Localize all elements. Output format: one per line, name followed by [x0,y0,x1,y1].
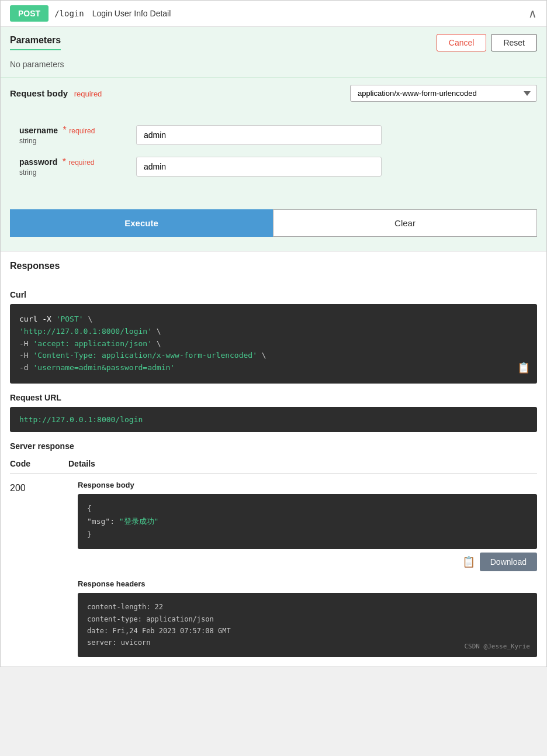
curl-h2a: -H [19,351,33,360]
curl-copy-icon[interactable]: 📋 [517,360,530,377]
password-required-star: * [63,157,66,167]
execute-button[interactable]: Execute [10,209,273,237]
download-button[interactable]: Download [480,553,537,571]
response-headers-label: Response headers [78,579,537,588]
response-body-line1: { [87,504,92,513]
details-column-header: Details [68,459,95,468]
form-fields: username * required string password * re… [1,116,546,202]
response-details-200: Response body { "msg": "登录成功" } 📋 Downlo… [78,481,537,657]
password-input[interactable] [136,157,382,177]
response-body-block: { "msg": "登录成功" } [78,494,537,549]
password-label-line: password * required [19,157,124,167]
url-block: http://127.0.0.1:8000/login [10,407,537,432]
required-label: required [74,89,102,98]
curl-db: 'username=admin&password=admin' [33,363,175,372]
header-line4: server: uvicorn [87,638,150,647]
username-field-row: username * required string [19,125,528,145]
main-container: POST /login Login User Info Detail ∧ Par… [0,0,547,667]
endpoint-path: /login [54,9,84,18]
content-type-select[interactable]: application/x-www-form-urlencoded [350,85,537,102]
endpoint-header: POST /login Login User Info Detail ∧ [1,1,546,27]
server-response-section: Server response Code Details 200 Respons… [1,441,546,667]
parameters-header: Parameters Cancel Reset [1,27,546,51]
url-label: Request URL [10,393,537,402]
response-row-200: 200 Response body { "msg": "登录成功" } 📋 Do… [10,481,537,657]
username-label-line: username * required [19,125,124,136]
download-area: 📋 Download [78,553,537,571]
curl-h1a: -H [19,339,33,348]
username-required-star: * [63,125,67,135]
password-field-type: string [19,168,124,177]
parameters-title: Parameters [10,35,61,50]
request-body-header: Request body required application/x-www-… [10,85,537,102]
collapse-button[interactable]: ∧ [528,6,537,20]
curl-url: 'http://127.0.0.1:8000/login' [19,327,152,336]
responses-section: Responses [1,251,546,281]
username-input[interactable] [136,125,382,145]
username-field-type: string [19,137,124,145]
response-table-header: Code Details [10,457,537,474]
header-buttons: Cancel Reset [437,34,537,51]
curl-bs4: \ [257,351,266,360]
username-required-text: required [69,127,95,135]
response-body-line3: } [87,530,92,538]
url-section: Request URL http://127.0.0.1:8000/login [1,393,546,441]
curl-line1: curl -X [19,315,56,323]
curl-bs1: \ [84,315,93,323]
action-section: Execute Clear [1,202,546,251]
response-code-200: 200 [10,481,68,493]
clear-button[interactable]: Clear [273,209,537,237]
responses-title: Responses [10,261,537,271]
curl-section: Curl curl -X 'POST' \ 'http://127.0.0.1:… [1,281,546,393]
header-line2: content-type: application/json [87,615,214,623]
curl-code-block: curl -X 'POST' \ 'http://127.0.0.1:8000/… [10,304,537,384]
password-field-row: password * required string [19,157,528,177]
response-body-key: "msg": [87,517,119,526]
method-badge: POST [10,5,49,22]
curl-bs2: \ [152,327,161,336]
curl-post: 'POST' [56,315,84,323]
password-label-col: password * required string [19,157,124,177]
parameters-section: Parameters Cancel Reset No parameters [1,27,546,77]
response-body-label: Response body [78,481,537,489]
request-body-title: Request body [10,88,68,98]
watermark: CSDN @Jesse_Kyrie [464,641,530,653]
server-response-title: Server response [10,441,537,451]
password-field-name: password [19,157,57,167]
reset-button[interactable]: Reset [491,34,537,51]
response-body-value: "登录成功" [119,517,159,526]
curl-label: Curl [10,290,537,299]
endpoint-description: Login User Info Detail [92,9,171,18]
response-headers-block: content-length: 22 content-type: applica… [78,593,537,657]
response-copy-icon[interactable]: 📋 [462,555,475,568]
curl-da: -d [19,363,33,372]
no-parameters-text: No parameters [1,51,546,77]
header-line3: date: Fri,24 Feb 2023 07:57:08 GMT [87,627,231,635]
password-required-text: required [69,158,95,167]
curl-bs3: \ [152,339,161,348]
code-column-header: Code [10,459,68,468]
username-field-name: username [19,126,58,135]
curl-h1b: 'accept: application/json' [33,339,152,348]
curl-h2b: 'Content-Type: application/x-www-form-ur… [33,351,257,360]
cancel-button[interactable]: Cancel [437,34,487,51]
request-body-section: Request body required application/x-www-… [1,77,546,116]
username-label-col: username * required string [19,125,124,145]
request-body-title-area: Request body required [10,88,102,99]
header-line1: content-length: 22 [87,603,163,611]
